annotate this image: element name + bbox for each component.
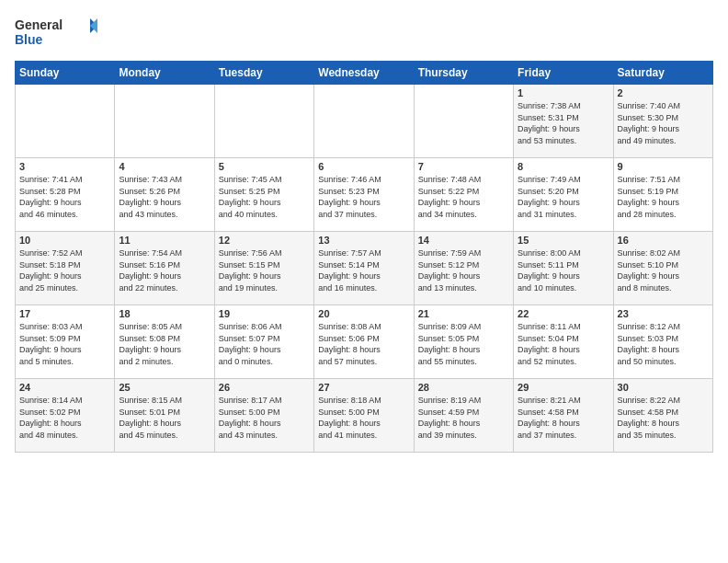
day-number: 22 bbox=[518, 308, 609, 319]
cell-text-line: and 49 minutes. bbox=[618, 135, 709, 147]
cell-text-line: Daylight: 9 hours bbox=[119, 344, 210, 356]
cell-text-line: Sunrise: 8:09 AM bbox=[418, 321, 509, 333]
cell-text-line: Daylight: 8 hours bbox=[219, 418, 310, 430]
calendar-cell: 5Sunrise: 7:45 AMSunset: 5:25 PMDaylight… bbox=[214, 158, 313, 232]
cell-text-line: Daylight: 9 hours bbox=[518, 197, 609, 209]
day-number: 21 bbox=[418, 308, 509, 319]
weekday-header: Tuesday bbox=[214, 62, 313, 85]
calendar-cell: 3Sunrise: 7:41 AMSunset: 5:28 PMDaylight… bbox=[16, 158, 115, 232]
cell-text-line: Daylight: 8 hours bbox=[418, 418, 509, 430]
day-number: 30 bbox=[618, 382, 709, 393]
calendar-cell bbox=[16, 85, 115, 158]
cell-text-line: and 40 minutes. bbox=[219, 209, 310, 221]
cell-text-line: Sunset: 5:05 PM bbox=[418, 333, 509, 345]
cell-text-line: and 43 minutes. bbox=[219, 430, 310, 442]
cell-text-line: Sunrise: 7:40 AM bbox=[618, 100, 709, 112]
calendar-week-row: 24Sunrise: 8:14 AMSunset: 5:02 PMDayligh… bbox=[16, 379, 713, 453]
cell-text-line: Daylight: 9 hours bbox=[318, 270, 409, 282]
day-number: 14 bbox=[418, 235, 509, 246]
cell-text-line: Sunset: 5:11 PM bbox=[518, 259, 609, 271]
cell-text-line: Sunset: 5:16 PM bbox=[119, 259, 210, 271]
cell-text-line: Daylight: 8 hours bbox=[518, 418, 609, 430]
cell-text-line: Sunrise: 8:17 AM bbox=[219, 395, 310, 407]
cell-text-line: Sunset: 5:30 PM bbox=[618, 112, 709, 124]
cell-text-line: Daylight: 9 hours bbox=[19, 270, 110, 282]
cell-text-line: Sunrise: 7:52 AM bbox=[19, 247, 110, 259]
calendar-cell: 25Sunrise: 8:15 AMSunset: 5:01 PMDayligh… bbox=[115, 379, 214, 453]
cell-text-line: Sunrise: 8:06 AM bbox=[219, 321, 310, 333]
calendar-week-row: 3Sunrise: 7:41 AMSunset: 5:28 PMDaylight… bbox=[16, 158, 713, 232]
cell-text-line: Sunrise: 7:48 AM bbox=[418, 174, 509, 186]
cell-text-line: and 5 minutes. bbox=[19, 356, 110, 368]
calendar-cell: 30Sunrise: 8:22 AMSunset: 4:58 PMDayligh… bbox=[613, 379, 712, 453]
weekday-header: Saturday bbox=[613, 62, 712, 85]
calendar-week-row: 10Sunrise: 7:52 AMSunset: 5:18 PMDayligh… bbox=[16, 232, 713, 305]
day-number: 13 bbox=[318, 235, 409, 246]
calendar-cell: 29Sunrise: 8:21 AMSunset: 4:58 PMDayligh… bbox=[514, 379, 613, 453]
cell-text-line: Sunset: 5:04 PM bbox=[518, 333, 609, 345]
cell-text-line: Sunset: 5:03 PM bbox=[618, 333, 709, 345]
day-number: 27 bbox=[318, 382, 409, 393]
day-number: 9 bbox=[618, 161, 709, 172]
cell-text-line: Daylight: 9 hours bbox=[418, 197, 509, 209]
cell-text-line: Sunrise: 7:59 AM bbox=[418, 247, 509, 259]
calendar-cell bbox=[115, 85, 214, 158]
cell-text-line: and 52 minutes. bbox=[518, 356, 609, 368]
cell-text-line: Sunset: 5:08 PM bbox=[119, 333, 210, 345]
calendar-cell: 21Sunrise: 8:09 AMSunset: 5:05 PMDayligh… bbox=[414, 305, 513, 379]
cell-text-line: Sunrise: 7:46 AM bbox=[318, 174, 409, 186]
cell-text-line: and 37 minutes. bbox=[518, 430, 609, 442]
cell-text-line: Daylight: 9 hours bbox=[518, 270, 609, 282]
day-number: 28 bbox=[418, 382, 509, 393]
calendar-cell: 9Sunrise: 7:51 AMSunset: 5:19 PMDaylight… bbox=[613, 158, 712, 232]
logo: General Blue bbox=[15, 15, 97, 53]
cell-text-line: Sunrise: 7:41 AM bbox=[19, 174, 110, 186]
cell-text-line: and 13 minutes. bbox=[418, 282, 509, 294]
day-number: 5 bbox=[219, 161, 310, 172]
cell-text-line: and 8 minutes. bbox=[618, 282, 709, 294]
calendar-cell: 8Sunrise: 7:49 AMSunset: 5:20 PMDaylight… bbox=[514, 158, 613, 232]
calendar-week-row: 1Sunrise: 7:38 AMSunset: 5:31 PMDaylight… bbox=[16, 85, 713, 158]
cell-text-line: Sunset: 5:15 PM bbox=[219, 259, 310, 271]
cell-text-line: Sunset: 5:10 PM bbox=[618, 259, 709, 271]
cell-text-line: Sunrise: 8:14 AM bbox=[19, 395, 110, 407]
calendar-header: SundayMondayTuesdayWednesdayThursdayFrid… bbox=[16, 62, 713, 85]
cell-text-line: and 57 minutes. bbox=[318, 356, 409, 368]
cell-text-line: Sunrise: 7:43 AM bbox=[119, 174, 210, 186]
cell-text-line: Daylight: 9 hours bbox=[618, 197, 709, 209]
weekday-header: Wednesday bbox=[314, 62, 414, 85]
cell-text-line: and 39 minutes. bbox=[418, 430, 509, 442]
svg-text:General: General bbox=[15, 17, 63, 32]
calendar-cell: 27Sunrise: 8:18 AMSunset: 5:00 PMDayligh… bbox=[314, 379, 414, 453]
cell-text-line: and 50 minutes. bbox=[618, 356, 709, 368]
calendar-week-row: 17Sunrise: 8:03 AMSunset: 5:09 PMDayligh… bbox=[16, 305, 713, 379]
weekday-header: Sunday bbox=[16, 62, 115, 85]
cell-text-line: Sunset: 4:59 PM bbox=[418, 407, 509, 419]
cell-text-line: Sunrise: 8:22 AM bbox=[618, 395, 709, 407]
day-number: 23 bbox=[618, 308, 709, 319]
day-number: 8 bbox=[518, 161, 609, 172]
cell-text-line: Sunrise: 7:38 AM bbox=[518, 100, 609, 112]
cell-text-line: Daylight: 8 hours bbox=[19, 418, 110, 430]
page-container: General Blue SundayMondayTuesdayWednesda… bbox=[0, 0, 728, 460]
cell-text-line: Sunset: 5:12 PM bbox=[418, 259, 509, 271]
cell-text-line: Sunrise: 8:02 AM bbox=[618, 247, 709, 259]
cell-text-line: Sunrise: 7:57 AM bbox=[318, 247, 409, 259]
calendar-cell: 20Sunrise: 8:08 AMSunset: 5:06 PMDayligh… bbox=[314, 305, 414, 379]
cell-text-line: Daylight: 9 hours bbox=[119, 197, 210, 209]
day-number: 29 bbox=[518, 382, 609, 393]
cell-text-line: and 28 minutes. bbox=[618, 209, 709, 221]
cell-text-line: Daylight: 9 hours bbox=[119, 270, 210, 282]
calendar-cell: 1Sunrise: 7:38 AMSunset: 5:31 PMDaylight… bbox=[514, 85, 613, 158]
cell-text-line: Sunset: 5:23 PM bbox=[318, 186, 409, 198]
day-number: 1 bbox=[518, 87, 609, 98]
cell-text-line: Sunrise: 8:03 AM bbox=[19, 321, 110, 333]
cell-text-line: Sunset: 5:00 PM bbox=[318, 407, 409, 419]
day-number: 10 bbox=[19, 235, 110, 246]
calendar-cell: 15Sunrise: 8:00 AMSunset: 5:11 PMDayligh… bbox=[514, 232, 613, 305]
cell-text-line: Sunset: 5:25 PM bbox=[219, 186, 310, 198]
cell-text-line: Sunrise: 7:45 AM bbox=[219, 174, 310, 186]
cell-text-line: Daylight: 8 hours bbox=[418, 344, 509, 356]
day-number: 7 bbox=[418, 161, 509, 172]
cell-text-line: Daylight: 8 hours bbox=[618, 418, 709, 430]
